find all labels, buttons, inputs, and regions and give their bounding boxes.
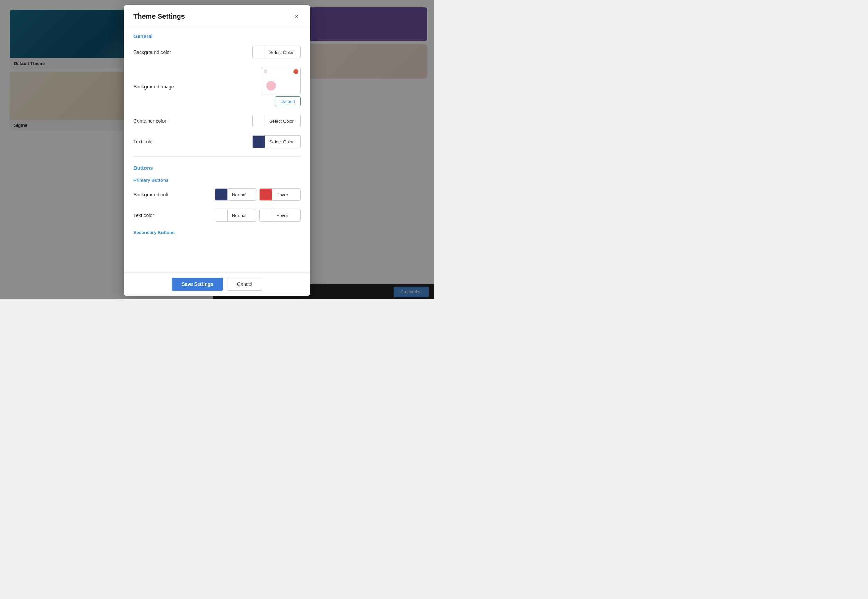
container-color-picker[interactable]: Select Color (252, 115, 301, 127)
secondary-buttons-subheading: Secondary Buttons (134, 230, 301, 235)
background-color-row: Background color Select Color (134, 46, 301, 59)
primary-text-normal-swatch (215, 209, 228, 221)
modal-overlay: Theme Settings × General Background colo… (0, 0, 434, 300)
primary-bg-normal-swatch (215, 188, 228, 201)
modal-header: Theme Settings × (124, 5, 310, 26)
container-color-btn-label: Select Color (265, 119, 298, 124)
background-image-col: Default (261, 67, 301, 107)
primary-bg-hover-button[interactable]: Hover (259, 188, 301, 201)
primary-bg-normal-button[interactable]: Normal (215, 188, 256, 201)
text-color-btn-label: Select Color (265, 139, 298, 144)
default-image-button[interactable]: Default (275, 96, 301, 107)
primary-bg-state-buttons: Normal Hover (215, 188, 301, 201)
primary-text-hover-label: Hover (272, 213, 292, 218)
section-divider (134, 156, 301, 157)
primary-bg-color-label: Background color (134, 192, 171, 197)
theme-settings-modal: Theme Settings × General Background colo… (124, 5, 310, 295)
text-color-swatch (253, 135, 265, 148)
primary-bg-hover-swatch (260, 188, 272, 201)
modal-close-button[interactable]: × (292, 12, 301, 20)
container-color-swatch (253, 115, 265, 127)
preview-dot-pink (266, 81, 276, 90)
buttons-section-heading: Buttons (134, 165, 301, 171)
background-color-swatch (253, 46, 265, 59)
background-color-label: Background color (134, 50, 171, 55)
modal-body: General Background color Select Color Ba… (124, 26, 310, 275)
primary-text-hover-button[interactable]: Hover (259, 209, 301, 221)
modal-title: Theme Settings (134, 12, 185, 20)
background-image-label: Background Image (134, 84, 174, 90)
modal-footer: Save Settings Cancel (124, 272, 310, 295)
primary-buttons-subheading: Primary Buttons (134, 178, 301, 183)
primary-bg-hover-label: Hover (272, 192, 292, 197)
preview-dot-red (293, 69, 298, 74)
container-color-row: Container color Select Color (134, 115, 301, 127)
background-image-row: Background Image Default (134, 67, 301, 107)
primary-text-normal-button[interactable]: Normal (215, 209, 256, 221)
cancel-button[interactable]: Cancel (227, 278, 262, 291)
primary-text-state-buttons: Normal Hover (215, 209, 301, 221)
general-section-heading: General (134, 33, 301, 39)
primary-text-color-label: Text color (134, 212, 154, 218)
save-settings-button[interactable]: Save Settings (172, 278, 223, 291)
primary-text-normal-label: Normal (228, 213, 251, 218)
primary-text-color-row: Text color Normal Hover (134, 209, 301, 221)
text-color-picker[interactable]: Select Color (252, 135, 301, 148)
text-color-row: Text color Select Color (134, 135, 301, 148)
text-color-label: Text color (134, 139, 154, 144)
background-color-picker[interactable]: Select Color (252, 46, 301, 59)
background-color-btn-label: Select Color (265, 50, 298, 55)
background-image-preview (261, 67, 301, 94)
container-color-label: Container color (134, 118, 166, 124)
preview-dot-small (264, 70, 267, 72)
primary-bg-normal-label: Normal (228, 192, 251, 197)
primary-bg-color-row: Background color Normal Hover (134, 188, 301, 201)
primary-text-hover-swatch (260, 209, 272, 221)
